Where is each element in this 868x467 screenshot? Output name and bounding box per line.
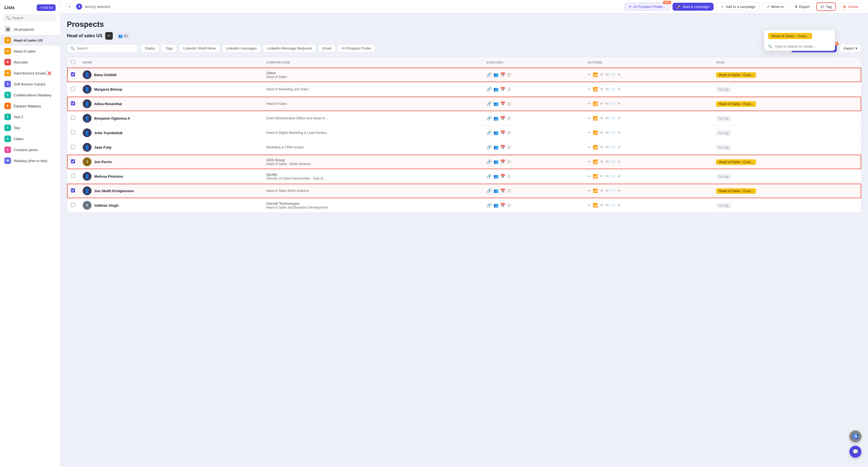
status-icon-2[interactable]: 📅 xyxy=(500,101,505,106)
action-icon-0[interactable]: ✏ xyxy=(588,72,591,77)
sidebar-item-test[interactable]: TTest xyxy=(0,122,60,133)
action-icon-4[interactable]: 📨 xyxy=(611,203,616,208)
action-icon-1[interactable]: 📶 xyxy=(593,87,598,92)
action-icon-5[interactable]: ✈ xyxy=(617,174,621,179)
status-icon-3[interactable]: @ xyxy=(507,174,511,179)
move-to-button[interactable]: ↗ Move to xyxy=(762,3,788,11)
action-icon-3[interactable]: ✉ xyxy=(606,203,609,208)
row-select-checkbox[interactable] xyxy=(71,174,75,178)
row-select-checkbox[interactable] xyxy=(71,130,75,134)
status-icon-0[interactable]: 🔗 xyxy=(487,101,492,106)
no-tag[interactable]: No tag xyxy=(716,130,731,136)
action-icon-3[interactable]: ✉ xyxy=(606,116,609,121)
action-icon-1[interactable]: 📶 xyxy=(593,174,598,179)
action-icon-1[interactable]: 📶 xyxy=(593,145,598,150)
status-icon-1[interactable]: 👥 xyxy=(493,116,499,121)
action-icon-3[interactable]: ✉ xyxy=(606,130,609,135)
status-icon-1[interactable]: 👥 xyxy=(493,87,499,92)
sidebar-item-waalaxy-free-to-test[interactable]: WWaalaxy (free to test) xyxy=(0,155,60,166)
action-icon-3[interactable]: ✉ xyxy=(606,101,609,106)
status-icon-3[interactable]: @ xyxy=(507,203,511,208)
action-icon-0[interactable]: ✏ xyxy=(588,87,591,92)
status-icon-1[interactable]: 👥 xyxy=(493,203,499,208)
action-icon-2[interactable]: 👁 xyxy=(600,203,604,208)
row-select-checkbox[interactable] xyxy=(71,159,75,163)
sidebar-item-soft-bounce-camp1[interactable]: SSoft Bounce Camp1 xyxy=(0,79,60,90)
sidebar-item-contacts-perso[interactable]: CContacts perso xyxy=(0,144,60,155)
action-icon-5[interactable]: ✈ xyxy=(617,159,621,164)
status-icon-0[interactable]: 🔗 xyxy=(487,130,492,135)
action-icon-5[interactable]: ✈ xyxy=(617,116,621,121)
status-icon-2[interactable]: 📅 xyxy=(500,188,505,193)
status-icon-3[interactable]: @ xyxy=(507,87,511,92)
row-select-checkbox[interactable] xyxy=(71,116,75,120)
action-icon-0[interactable]: ✏ xyxy=(588,159,591,164)
row-checkbox-4[interactable] xyxy=(67,111,79,126)
action-icon-1[interactable]: 📶 xyxy=(593,116,598,121)
sidebar-item-cibles[interactable]: CCibles xyxy=(0,133,60,144)
status-icon-1[interactable]: 👥 xyxy=(493,174,499,179)
row-select-checkbox[interactable] xyxy=(71,145,75,149)
action-icon-0[interactable]: ✏ xyxy=(588,203,591,208)
sidebar-item-recruiter[interactable]: RRecruiter xyxy=(0,57,60,68)
filter-btn-tags[interactable]: Tags xyxy=(161,44,177,52)
row-select-checkbox[interactable] xyxy=(71,87,75,91)
tag-search-input[interactable] xyxy=(775,44,831,49)
ai-prospect-finder-button[interactable]: ✦ AI Prospect Finder... NEW xyxy=(625,3,670,11)
action-icon-5[interactable]: ✈ xyxy=(617,188,621,193)
action-icon-2[interactable]: 👁 xyxy=(600,130,604,135)
action-icon-3[interactable]: ✉ xyxy=(606,159,609,164)
status-icon-0[interactable]: 🔗 xyxy=(487,174,492,179)
tag-chip[interactable]: Head of Sales - Cust... xyxy=(716,72,756,78)
row-select-checkbox[interactable] xyxy=(71,101,75,105)
sidebar-item-test-2[interactable]: TTest 2 xyxy=(0,112,60,122)
row-checkbox-1[interactable] xyxy=(67,68,79,82)
row-checkbox-9[interactable] xyxy=(67,184,79,198)
status-icon-2[interactable]: 📅 xyxy=(500,87,505,92)
row-select-checkbox[interactable] xyxy=(71,188,75,192)
sidebar-search-input[interactable] xyxy=(12,16,54,20)
action-icon-5[interactable]: ✈ xyxy=(617,87,621,92)
status-icon-2[interactable]: 📅 xyxy=(500,203,505,208)
status-icon-3[interactable]: @ xyxy=(507,159,511,164)
status-icon-0[interactable]: 🔗 xyxy=(487,188,492,193)
sidebar-item-head-of-sales-us[interactable]: HHead of sales US xyxy=(0,35,60,46)
action-icon-1[interactable]: 📶 xyxy=(593,101,598,106)
status-icon-3[interactable]: @ xyxy=(507,145,511,150)
action-icon-4[interactable]: 📨 xyxy=(611,101,616,106)
action-icon-4[interactable]: 📨 xyxy=(611,130,616,135)
action-icon-0[interactable]: ✏ xyxy=(588,145,591,150)
action-icon-4[interactable]: 📨 xyxy=(611,72,616,77)
action-icon-2[interactable]: 👁 xyxy=(600,116,604,121)
action-icon-1[interactable]: 📶 xyxy=(593,130,598,135)
tag-chip[interactable]: Head of Sales - Cust... xyxy=(716,159,756,165)
table-search-input[interactable] xyxy=(77,46,123,50)
export-button[interactable]: ⬆ Export xyxy=(790,3,814,11)
row-select-checkbox[interactable] xyxy=(71,203,75,207)
sidebar-item-hard-bounce-emails[interactable]: HHard Bounce Emails ❌ xyxy=(0,68,60,79)
tag-button[interactable]: 🏷 Tag xyxy=(816,2,836,11)
status-icon-3[interactable]: @ xyxy=(507,101,511,106)
action-icon-3[interactable]: ✉ xyxy=(606,72,609,77)
no-tag[interactable]: No tag xyxy=(716,87,731,92)
select-all-checkbox[interactable] xyxy=(71,60,75,64)
action-icon-0[interactable]: ✏ xyxy=(588,116,591,121)
status-icon-2[interactable]: 📅 xyxy=(500,159,505,164)
status-icon-3[interactable]: @ xyxy=(507,188,511,193)
action-icon-0[interactable]: ✏ xyxy=(588,174,591,179)
action-icon-3[interactable]: ✉ xyxy=(606,87,609,92)
filter-btn-ai-prospect-finder[interactable]: AI Prospect Finder xyxy=(338,44,375,52)
sidebar-item-collaborateurs-waalaxy[interactable]: CCollaborateurs Waalaxy xyxy=(0,90,60,100)
row-checkbox-10[interactable] xyxy=(67,198,79,213)
action-icon-4[interactable]: 📨 xyxy=(611,87,616,92)
action-icon-4[interactable]: 📨 xyxy=(611,116,616,121)
action-icon-5[interactable]: ✈ xyxy=(617,130,621,135)
filter-btn-linkedin-messages[interactable]: LinkedIn messages xyxy=(222,44,261,52)
no-tag[interactable]: No tag xyxy=(716,203,731,208)
status-icon-1[interactable]: 👥 xyxy=(493,159,499,164)
no-tag[interactable]: No tag xyxy=(716,145,731,150)
row-checkbox-3[interactable] xyxy=(67,97,79,111)
action-icon-5[interactable]: ✈ xyxy=(617,101,621,106)
action-icon-4[interactable]: 📨 xyxy=(611,188,616,193)
action-icon-1[interactable]: 📶 xyxy=(593,188,598,193)
